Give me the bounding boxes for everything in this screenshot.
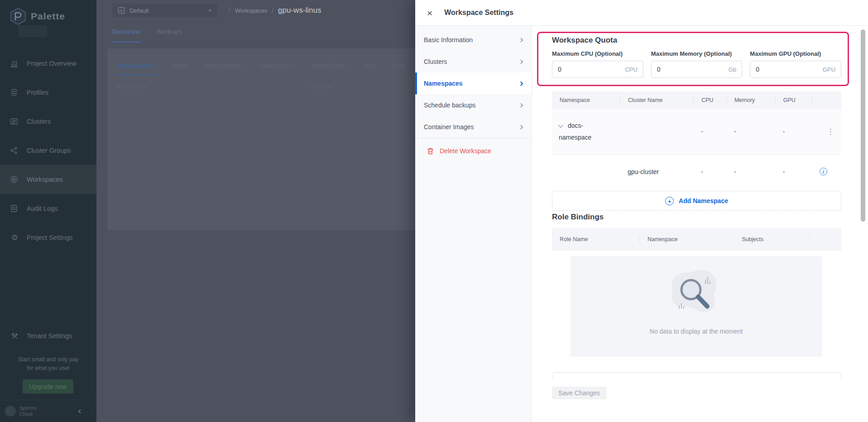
sidebar-item-clusters[interactable]: Clusters: [0, 107, 96, 136]
sidebar-item-workspaces[interactable]: Workspaces: [0, 165, 96, 194]
project-selector[interactable]: Default: [112, 4, 217, 17]
tab-deployments[interactable]: Deployments: [204, 62, 241, 75]
role-bindings-table-header: Role Name Namespace Subjects: [552, 228, 841, 251]
expand-chevron-icon[interactable]: [558, 122, 563, 127]
sidebar-item-audit-logs[interactable]: Audit Logs: [0, 194, 96, 223]
sidebar: Palette Project Overview Profiles Cluste…: [0, 0, 96, 422]
memory-unit-label: Gb: [729, 66, 736, 73]
drawer-title: Workspace Settings: [444, 9, 513, 17]
tab-namespaces[interactable]: Namespaces: [117, 62, 156, 75]
upgrade-promo-text: Start small and only pay for what you us…: [0, 355, 96, 373]
nav-divider: [415, 138, 532, 138]
tab-backups[interactable]: Backups: [157, 28, 182, 43]
table-row-gpu-cluster: gpu-cluster - - - i: [552, 155, 841, 189]
project-icon: [118, 7, 125, 14]
sidebar-item-project-overview[interactable]: Project Overview: [0, 49, 96, 78]
drawer-nav-basic-information[interactable]: Basic Information: [415, 29, 532, 51]
add-role-binding-partial[interactable]: [552, 372, 841, 378]
chevron-right-icon: [519, 81, 523, 86]
breadcrumb-workspaces[interactable]: Workspaces: [235, 7, 267, 14]
empty-state-text: No data to display at the moment: [650, 328, 743, 335]
upgrade-now-button[interactable]: Upgrade now: [23, 379, 73, 393]
drawer-header: × Workspace Settings: [415, 0, 868, 26]
chevron-right-icon: [519, 103, 523, 107]
tools-icon: ⚒: [10, 331, 19, 341]
max-memory-field: Maximum Memory (Optional) Gb: [651, 50, 743, 78]
drawer-nav: Basic Information Clusters Namespaces Sc…: [415, 26, 532, 422]
cluster-groups-icon: [10, 146, 19, 155]
max-cpu-field: Maximum CPU (Optional) CPU: [552, 50, 643, 78]
namespace-name: docs-namespace: [559, 122, 591, 141]
save-changes-button[interactable]: Save Changes: [552, 387, 606, 399]
drawer-scrollbar: [858, 26, 868, 422]
role-bindings-heading: Role Bindings: [552, 211, 841, 222]
empty-state-panel: No data to display at the moment: [571, 256, 822, 357]
max-cpu-input[interactable]: [558, 66, 603, 73]
sidebar-item-label: Clusters: [27, 118, 51, 125]
info-icon[interactable]: i: [820, 168, 827, 175]
tab-jobs[interactable]: Jobs: [362, 62, 376, 75]
drawer-content: Workspace Quota Maximum CPU (Optional) C…: [532, 26, 858, 422]
drawer-nav-schedule-backups[interactable]: Schedule backups: [415, 94, 532, 116]
chevron-right-icon: [519, 125, 523, 129]
sidebar-item-cluster-groups[interactable]: Cluster Groups: [0, 136, 96, 165]
tab-daemonsets[interactable]: DaemonSets: [258, 62, 294, 75]
gear-icon: ⚙: [10, 233, 19, 243]
sidebar-item-label: Audit Logs: [27, 205, 58, 212]
sidebar-item-project-settings[interactable]: ⚙ Project Settings: [0, 223, 96, 252]
workspaces-icon: [10, 175, 19, 184]
trash-icon: [427, 147, 434, 155]
scope-selector-placeholder: [18, 25, 47, 37]
drawer-footer: Save Changes: [532, 383, 858, 422]
audit-logs-icon: [10, 204, 19, 213]
sidebar-nav: Project Overview Profiles Clusters Clust…: [0, 49, 96, 252]
max-gpu-input[interactable]: [756, 66, 801, 73]
max-memory-input[interactable]: [657, 66, 702, 73]
row-menu-icon[interactable]: ⋮: [826, 127, 834, 136]
sidebar-footer: Spectro Cloud: [0, 400, 96, 422]
scrollbar-thumb[interactable]: [861, 29, 865, 222]
sidebar-item-profiles[interactable]: Profiles: [0, 78, 96, 107]
breadcrumb-current: gpu-ws-linus: [278, 6, 321, 15]
tab-pods[interactable]: Pods: [173, 62, 187, 75]
profiles-icon: [10, 88, 19, 97]
drawer-nav-clusters[interactable]: Clusters: [415, 51, 532, 73]
tab-cronjobs[interactable]: Cron: [392, 62, 406, 75]
add-namespace-button[interactable]: + Add Namespace: [552, 191, 841, 211]
chart-icon: [10, 59, 19, 68]
sidebar-item-tenant-settings[interactable]: ⚒ Tenant Settings: [0, 326, 96, 346]
project-selector-value: Default: [129, 7, 149, 14]
no-data-illustration: [667, 268, 725, 319]
workspace-settings-drawer: × Workspace Settings Basic Information C…: [415, 0, 868, 422]
spectro-cloud-label: Spectro Cloud: [19, 405, 37, 417]
chevron-down-icon: [208, 10, 212, 12]
tab-overview[interactable]: Overview: [111, 28, 141, 43]
sidebar-item-label: Profiles: [27, 89, 48, 96]
palette-logo-icon: [10, 7, 26, 25]
app-logo-text: Palette: [31, 11, 65, 22]
collapse-sidebar-icon[interactable]: [78, 409, 83, 413]
app-logo: Palette: [0, 0, 96, 25]
sidebar-item-label: Workspaces: [27, 176, 63, 183]
close-icon[interactable]: ×: [425, 6, 434, 19]
clusters-icon: [10, 117, 19, 126]
cpu-unit-label: CPU: [625, 66, 637, 73]
quota-fields: Maximum CPU (Optional) CPU Maximum Memor…: [552, 50, 841, 78]
drawer-nav-container-images[interactable]: Container Images: [415, 116, 532, 138]
cluster-name: gpu-cluster: [620, 168, 693, 175]
delete-workspace-button[interactable]: Delete Workspace: [415, 140, 532, 162]
tab-statefulsets[interactable]: StatefulSets: [311, 62, 345, 75]
max-gpu-field: Maximum GPU (Optional) GPU: [750, 50, 841, 78]
drawer-nav-namespaces[interactable]: Namespaces: [415, 73, 532, 94]
chevron-right-icon: [519, 59, 523, 64]
namespaces-table: Namespace Cluster Name CPU Memory GPU do…: [552, 92, 841, 189]
sidebar-item-label: Project Settings: [27, 234, 73, 241]
table-row-docs-namespace: docs-namespace - - - ⋮: [552, 109, 841, 155]
namespaces-table-header: Namespace Cluster Name CPU Memory GPU: [552, 92, 841, 109]
breadcrumb: / Workspaces / gpu-ws-linus: [229, 4, 321, 17]
spectro-cloud-logo: [5, 406, 16, 417]
sidebar-item-label: Project Overview: [27, 60, 77, 67]
chevron-right-icon: [519, 38, 523, 42]
sidebar-item-label: Tenant Settings: [27, 332, 72, 340]
gpu-unit-label: GPU: [823, 66, 835, 73]
